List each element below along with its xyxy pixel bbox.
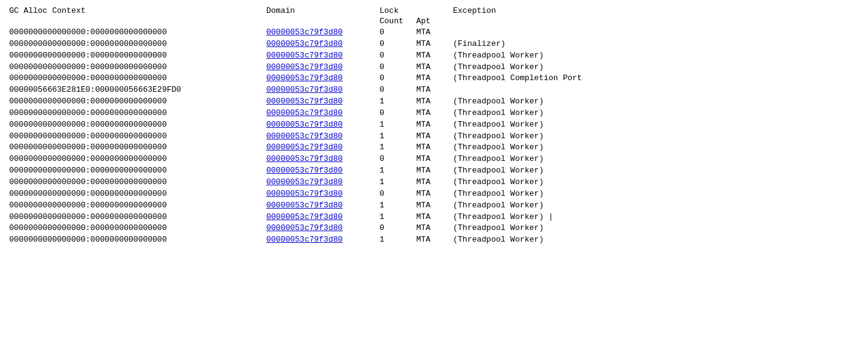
domain-cell[interactable]: 00000053c79f3d80 bbox=[266, 108, 380, 119]
apt-cell: MTA bbox=[416, 154, 453, 165]
lock-count-cell: 1 bbox=[380, 119, 416, 131]
lock-count-cell: 1 bbox=[380, 177, 416, 188]
lock-count-cell: 1 bbox=[380, 234, 416, 246]
exception-cell: (Threadpool Worker) | bbox=[453, 212, 859, 223]
lock-count-cell: 0 bbox=[380, 154, 416, 165]
lock-count-cell: 0 bbox=[380, 108, 416, 119]
lock-count-cell: 1 bbox=[380, 212, 416, 223]
lock-count-cell: 1 bbox=[380, 142, 416, 154]
lock-count-cell: 0 bbox=[380, 62, 416, 73]
apt-cell: MTA bbox=[416, 50, 453, 62]
gc-alloc-context-cell: 0000000000000000:0000000000000000 bbox=[9, 212, 266, 223]
table-row: 0000000000000000:00000000000000000000005… bbox=[9, 119, 859, 131]
domain-cell[interactable]: 00000053c79f3d80 bbox=[266, 165, 380, 177]
domain-cell[interactable]: 00000053c79f3d80 bbox=[266, 212, 380, 223]
domain-cell[interactable]: 00000053c79f3d80 bbox=[266, 188, 380, 200]
lock-count-cell: 0 bbox=[380, 223, 416, 234]
gc-alloc-context-cell: 0000000000000000:0000000000000000 bbox=[9, 27, 266, 39]
gc-alloc-context-cell: 0000000000000000:0000000000000000 bbox=[9, 200, 266, 212]
gc-alloc-context-cell: 0000000000000000:0000000000000000 bbox=[9, 154, 266, 165]
lock-count-cell: 0 bbox=[380, 84, 416, 96]
apt-cell: MTA bbox=[416, 188, 453, 200]
exception-cell: (Threadpool Worker) bbox=[453, 108, 859, 119]
lock-count-cell: 0 bbox=[380, 73, 416, 84]
domain-cell[interactable]: 00000053c79f3d80 bbox=[266, 84, 380, 96]
domain-cell[interactable]: 00000053c79f3d80 bbox=[266, 200, 380, 212]
domain-cell[interactable]: 00000053c79f3d80 bbox=[266, 39, 380, 50]
apt-header: Apt bbox=[416, 17, 453, 26]
exception-cell: (Threadpool Worker) bbox=[453, 131, 859, 143]
gc-alloc-context-cell: 0000000000000000:0000000000000000 bbox=[9, 50, 266, 62]
domain-cell[interactable]: 00000053c79f3d80 bbox=[266, 27, 380, 39]
lock-header: Lock bbox=[380, 6, 398, 15]
sub-header-row: Count Apt bbox=[9, 17, 859, 26]
apt-cell: MTA bbox=[416, 119, 453, 131]
thread-table: GC Alloc Context Domain Lock Exception C… bbox=[9, 6, 859, 246]
apt-cell: MTA bbox=[416, 39, 453, 50]
table-row: 0000000000000000:00000000000000000000005… bbox=[9, 223, 859, 234]
table-row: 00000056663E281E0:000000056663E29FD00000… bbox=[9, 84, 859, 96]
apt-cell: MTA bbox=[416, 234, 453, 246]
domain-cell[interactable]: 00000053c79f3d80 bbox=[266, 62, 380, 73]
exception-header: Exception bbox=[453, 6, 859, 15]
domain-cell[interactable]: 00000053c79f3d80 bbox=[266, 234, 380, 246]
lock-count-cell: 0 bbox=[380, 39, 416, 50]
domain-cell[interactable]: 00000053c79f3d80 bbox=[266, 119, 380, 131]
gc-alloc-context-cell: 0000000000000000:0000000000000000 bbox=[9, 142, 266, 154]
gc-alloc-context-header: GC Alloc Context bbox=[9, 6, 266, 15]
table-row: 0000000000000000:00000000000000000000005… bbox=[9, 27, 859, 39]
table-row: 0000000000000000:00000000000000000000005… bbox=[9, 96, 859, 108]
gc-alloc-context-cell: 0000000000000000:0000000000000000 bbox=[9, 165, 266, 177]
apt-cell: MTA bbox=[416, 73, 453, 84]
apt-cell: MTA bbox=[416, 96, 453, 108]
exception-cell: (Threadpool Worker) bbox=[453, 142, 859, 154]
lock-count-cell: 1 bbox=[380, 200, 416, 212]
gc-alloc-context-cell: 0000000000000000:0000000000000000 bbox=[9, 223, 266, 234]
exception-cell: (Threadpool Worker) bbox=[453, 200, 859, 212]
table-row: 0000000000000000:00000000000000000000005… bbox=[9, 39, 859, 50]
table-row: 0000000000000000:00000000000000000000005… bbox=[9, 234, 859, 246]
table-row: 0000000000000000:00000000000000000000005… bbox=[9, 62, 859, 73]
gc-alloc-context-cell: 0000000000000000:0000000000000000 bbox=[9, 73, 266, 84]
apt-cell: MTA bbox=[416, 84, 453, 96]
data-rows-container: 0000000000000000:00000000000000000000005… bbox=[9, 27, 859, 246]
lock-count-cell: 1 bbox=[380, 96, 416, 108]
exception-cell: (Threadpool Worker) bbox=[453, 165, 859, 177]
exception-cell: (Threadpool Worker) bbox=[453, 177, 859, 188]
domain-cell[interactable]: 00000053c79f3d80 bbox=[266, 131, 380, 143]
domain-cell[interactable]: 00000053c79f3d80 bbox=[266, 154, 380, 165]
apt-cell: MTA bbox=[416, 223, 453, 234]
gc-alloc-context-cell: 0000000000000000:0000000000000000 bbox=[9, 96, 266, 108]
exception-cell: (Threadpool Worker) bbox=[453, 234, 859, 246]
gc-alloc-context-cell: 0000000000000000:0000000000000000 bbox=[9, 108, 266, 119]
exception-cell: (Finalizer) bbox=[453, 39, 859, 50]
table-row: 0000000000000000:00000000000000000000005… bbox=[9, 154, 859, 165]
domain-cell[interactable]: 00000053c79f3d80 bbox=[266, 96, 380, 108]
table-row: 0000000000000000:00000000000000000000005… bbox=[9, 165, 859, 177]
exception-cell bbox=[453, 27, 859, 39]
apt-cell: MTA bbox=[416, 200, 453, 212]
lock-count-cell: 1 bbox=[380, 131, 416, 143]
apt-cell: MTA bbox=[416, 27, 453, 39]
exception-cell: (Threadpool Worker) bbox=[453, 154, 859, 165]
table-row: 0000000000000000:00000000000000000000005… bbox=[9, 177, 859, 188]
gc-alloc-context-cell: 0000000000000000:0000000000000000 bbox=[9, 131, 266, 143]
gc-alloc-context-cell: 0000000000000000:0000000000000000 bbox=[9, 119, 266, 131]
apt-cell: MTA bbox=[416, 62, 453, 73]
apt-cell: MTA bbox=[416, 108, 453, 119]
domain-cell[interactable]: 00000053c79f3d80 bbox=[266, 223, 380, 234]
lock-header-group: Lock bbox=[380, 6, 453, 15]
gc-alloc-context-cell: 0000000000000000:0000000000000000 bbox=[9, 39, 266, 50]
domain-cell[interactable]: 00000053c79f3d80 bbox=[266, 50, 380, 62]
apt-cell: MTA bbox=[416, 177, 453, 188]
exception-cell: (Threadpool Completion Port bbox=[453, 73, 859, 84]
domain-cell[interactable]: 00000053c79f3d80 bbox=[266, 73, 380, 84]
table-row: 0000000000000000:00000000000000000000005… bbox=[9, 50, 859, 62]
table-row: 0000000000000000:00000000000000000000005… bbox=[9, 188, 859, 200]
domain-cell[interactable]: 00000053c79f3d80 bbox=[266, 177, 380, 188]
table-row: 0000000000000000:00000000000000000000005… bbox=[9, 73, 859, 84]
exception-cell: (Threadpool Worker) bbox=[453, 50, 859, 62]
table-row: 0000000000000000:00000000000000000000005… bbox=[9, 108, 859, 119]
table-row: 0000000000000000:00000000000000000000005… bbox=[9, 142, 859, 154]
domain-cell[interactable]: 00000053c79f3d80 bbox=[266, 142, 380, 154]
